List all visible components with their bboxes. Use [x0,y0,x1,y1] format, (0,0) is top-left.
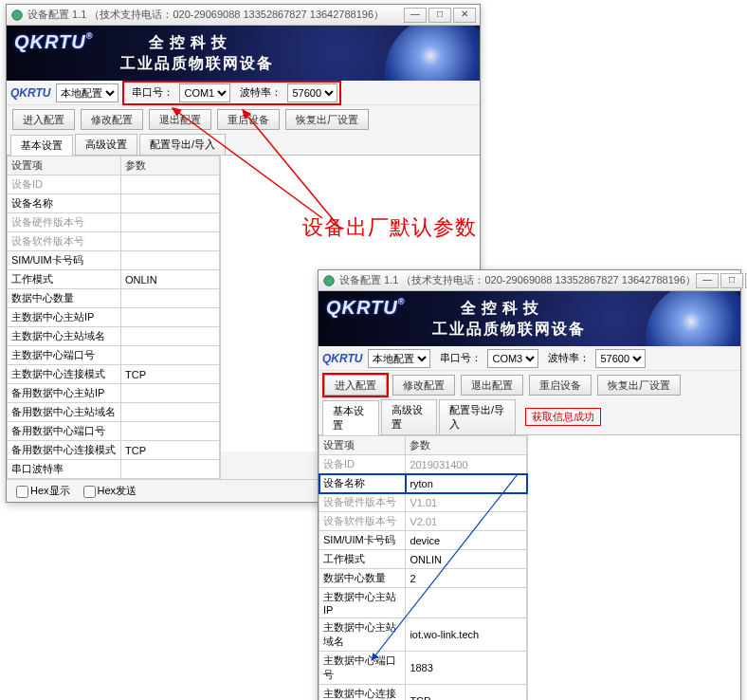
table-row[interactable]: 备用数据中心连接模式TCP [8,441,220,460]
setting-name: 数据中心数量 [8,289,121,308]
setting-value[interactable]: iot.wo-link.tech [406,618,527,652]
setting-value[interactable] [121,327,220,346]
enter-config-button[interactable]: 进入配置 [324,375,387,396]
setting-value[interactable]: ryton [406,474,527,493]
tab-import-export[interactable]: 配置导出/导入 [139,134,226,155]
svg-point-1 [324,275,335,286]
setting-value[interactable] [121,175,220,194]
factory-reset-button[interactable]: 恢复出厂设置 [285,109,369,130]
maximize-button[interactable]: □ [428,8,451,23]
hex-send-checkbox[interactable]: Hex发送 [80,484,137,498]
enter-config-button[interactable]: 进入配置 [12,109,75,130]
table-row[interactable]: 设备硬件版本号V1.01 [319,493,527,512]
baud-select[interactable]: 57600 [287,83,337,102]
setting-value[interactable] [121,289,220,308]
tab-advanced[interactable]: 高级设置 [75,134,137,155]
setting-value[interactable] [121,194,220,213]
setting-name: 设备名称 [8,194,121,213]
reboot-button[interactable]: 重启设备 [529,375,592,396]
factory-reset-button[interactable]: 恢复出厂设置 [597,375,681,396]
tab-import-export[interactable]: 配置导出/导入 [439,399,516,434]
setting-value[interactable]: TCP [121,365,220,384]
tab-basic[interactable]: 基本设置 [322,400,379,435]
port-select[interactable]: COM1 [179,83,230,102]
modify-config-button[interactable]: 修改配置 [392,375,455,396]
exit-config-button[interactable]: 退出配置 [461,375,523,396]
table-row[interactable]: 设备硬件版本号 [8,213,220,232]
setting-value[interactable] [121,346,220,365]
table-row[interactable]: 主数据中心端口号1883 [319,652,527,685]
table-row[interactable]: 设备ID2019031400 [319,455,527,474]
setting-value[interactable]: V1.01 [406,493,527,512]
table-row[interactable]: 主数据中心连接模式TCP [8,365,220,384]
setting-value[interactable] [121,232,220,251]
table-row[interactable]: 数据中心数量2 [319,569,527,588]
maximize-button[interactable]: □ [720,273,743,288]
reboot-button[interactable]: 重启设备 [217,109,280,130]
setting-value[interactable] [121,251,220,270]
setting-value[interactable]: 2019031400 [406,455,527,474]
setting-value[interactable]: V2.01 [406,512,527,531]
table-row[interactable]: 设备软件版本号V2.01 [319,512,527,531]
setting-value[interactable]: TCP [406,685,527,701]
table-row[interactable]: SIM/UIM卡号码device [319,531,527,550]
setting-value[interactable]: TCP [121,441,220,460]
port-select[interactable]: COM3 [487,349,538,368]
setting-value[interactable] [406,588,527,618]
table-row[interactable]: 设备ID [8,175,220,194]
table-row[interactable]: 设备软件版本号 [8,232,220,251]
table-row[interactable]: 备用数据中心端口号 [8,422,220,441]
setting-name: 设备ID [319,455,406,474]
table-row[interactable]: 备用数据中心主站IP [8,384,220,403]
setting-value[interactable]: device [406,531,527,550]
table-row[interactable]: 主数据中心连接模式TCP [319,685,527,701]
table-row[interactable]: 设备名称ryton [319,474,527,493]
setting-value[interactable]: 2 [406,569,527,588]
col-value: 参数 [121,157,220,175]
setting-value[interactable] [121,422,220,441]
local-config-select[interactable]: 本地配置 [368,349,430,368]
setting-name: 工作模式 [319,550,406,569]
window-title: 设备配置 1.1 （技术支持电话：020-29069088 1335286782… [339,273,696,287]
toolbar: QKRTU 本地配置 串口号： COM3 波特率： 57600 [319,346,740,371]
window-title: 设备配置 1.1 （技术支持电话：020-29069088 1335286782… [27,8,384,22]
table-row[interactable]: 设备名称 [8,194,220,213]
close-button[interactable]: ✕ [453,8,476,23]
setting-value[interactable] [121,213,220,232]
table-row[interactable]: 主数据中心端口号 [8,346,220,365]
setting-value[interactable]: 1883 [406,652,527,685]
tab-basic[interactable]: 基本设置 [10,135,73,156]
setting-value[interactable] [121,460,220,479]
setting-value[interactable]: ONLIN [406,550,527,569]
modify-config-button[interactable]: 修改配置 [81,109,143,130]
minimize-button[interactable]: — [696,273,719,288]
table-row[interactable]: 工作模式ONLIN [8,270,220,289]
table-row[interactable]: 数据中心数量 [8,289,220,308]
hex-show-checkbox[interactable]: Hex显示 [12,484,70,498]
baud-select[interactable]: 57600 [595,349,646,368]
table-row[interactable]: 工作模式ONLIN [319,550,527,569]
table-row[interactable]: 主数据中心主站域名 [8,327,220,346]
table-row[interactable]: 主数据中心主站IP [319,588,527,618]
table-row[interactable]: 主数据中心主站域名iot.wo-link.tech [319,618,527,652]
local-config-select[interactable]: 本地配置 [56,83,118,102]
table-row[interactable]: 备用数据中心主站域名 [8,403,220,422]
table-row[interactable]: SIM/UIM卡号码 [8,251,220,270]
table-row[interactable]: 主数据中心主站IP [8,308,220,327]
setting-name: SIM/UIM卡号码 [8,251,121,270]
banner: QKRTU® 全控科技 工业品质物联网设备 [7,26,480,81]
minimize-button[interactable]: — [404,8,427,23]
setting-name: 主数据中心主站IP [8,308,121,327]
setting-value[interactable] [121,384,220,403]
col-value: 参数 [406,436,527,455]
setting-value[interactable]: ONLIN [121,270,220,289]
setting-value[interactable] [121,308,220,327]
port-label: 串口号： [126,85,175,100]
setting-name: 主数据中心连接模式 [8,365,121,384]
tabs: 基本设置 高级设置 配置导出/导入 [7,134,480,156]
tab-advanced[interactable]: 高级设置 [381,399,438,434]
setting-name: 主数据中心主站域名 [319,618,406,652]
table-row[interactable]: 串口波特率 [8,460,220,479]
exit-config-button[interactable]: 退出配置 [149,109,211,130]
setting-value[interactable] [121,403,220,422]
